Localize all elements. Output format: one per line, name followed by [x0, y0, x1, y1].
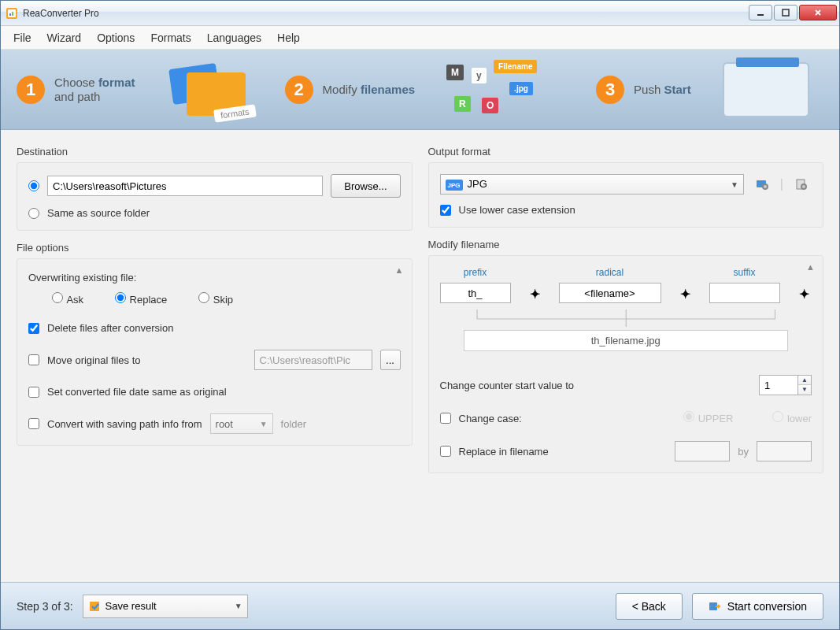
destination-section: Destination Browse... Same as source fol… [17, 146, 413, 231]
by-label: by [738, 446, 749, 458]
save-result-dropdown[interactable]: Save result ▼ [83, 595, 248, 618]
step-2-text: Modify filenames [323, 83, 416, 97]
svg-point-11 [802, 185, 805, 188]
move-orig-browse-button[interactable]: ... [380, 350, 401, 370]
counter-label: Change counter start value to [440, 380, 575, 391]
lowercase-checkbox[interactable] [440, 205, 451, 216]
step-3-badge: 3 [596, 76, 624, 104]
format-extra-icon[interactable] [791, 174, 812, 195]
step-1-badge: 1 [17, 76, 45, 104]
collapse-icon[interactable]: ▲ [806, 262, 815, 272]
change-case-label: Change case: [459, 413, 522, 424]
collapse-icon[interactable]: ▲ [395, 265, 404, 275]
set-date-label: Set converted file date same as original [47, 386, 227, 398]
minimize-button[interactable] [749, 5, 772, 20]
change-case-checkbox[interactable] [440, 413, 451, 424]
steps-banner: 1 Choose formatand path formats 2 Modify… [1, 50, 839, 130]
dest-same-label: Same as source folder [47, 207, 150, 219]
left-column: Destination Browse... Same as source fol… [17, 146, 413, 566]
save-icon [88, 600, 101, 613]
dest-path-input[interactable] [47, 176, 323, 196]
format-settings-icon[interactable] [752, 174, 772, 195]
dest-same-radio[interactable] [28, 208, 39, 219]
menu-wizard[interactable]: Wizard [39, 28, 90, 47]
overwrite-replace-radio[interactable] [115, 292, 126, 303]
main-area: Destination Browse... Same as source fol… [1, 130, 839, 582]
file-options-heading: File options [17, 242, 413, 254]
converter-illustration [723, 62, 809, 117]
svg-point-8 [764, 185, 767, 188]
back-button[interactable]: < Back [616, 593, 683, 620]
overwrite-label: Overwriting existing file: [28, 272, 136, 284]
folder-word: folder [281, 418, 307, 430]
suffix-add-icon[interactable]: ✦ [796, 286, 812, 302]
app-icon [6, 7, 18, 20]
lower-radio [772, 411, 783, 422]
lowercase-label: Use lower case extension [459, 204, 575, 216]
counter-spinner[interactable]: ▲▼ [759, 375, 812, 395]
spinner-up-icon[interactable]: ▲ [798, 376, 811, 385]
menu-languages[interactable]: Languages [199, 28, 269, 47]
replace-from-input [675, 441, 730, 461]
delete-after-checkbox[interactable] [28, 323, 39, 334]
menu-formats[interactable]: Formats [142, 28, 198, 47]
close-button[interactable] [799, 5, 837, 20]
radical-label: radical [596, 267, 624, 278]
svg-rect-2 [9, 13, 11, 16]
filename-preview: th_filename.jpg [464, 330, 789, 351]
replace-checkbox[interactable] [440, 446, 451, 457]
radical-add-icon[interactable]: ✦ [677, 286, 693, 302]
titlebar: ReaConverter Pro [1, 1, 839, 26]
prefix-label: prefix [464, 267, 487, 278]
modify-heading: Modify filename [428, 239, 824, 250]
window-title: ReaConverter Pro [23, 8, 747, 19]
app-window: ReaConverter Pro File Wizard Options For… [0, 0, 840, 630]
output-heading: Output format [428, 146, 824, 158]
step-1-text: Choose formatand path [54, 76, 135, 104]
output-format-section: Output format JPGJPG ▼ | [428, 146, 824, 228]
menu-options[interactable]: Options [89, 28, 142, 47]
counter-input[interactable] [759, 375, 798, 395]
move-orig-label: Move original files to [47, 354, 141, 366]
replace-to-input [757, 441, 812, 461]
overwrite-ask-radio[interactable] [52, 292, 63, 303]
connector-lines [456, 309, 797, 327]
suffix-label: suffix [734, 267, 756, 278]
menu-help[interactable]: Help [269, 28, 308, 47]
step-indicator: Step 3 of 3: [17, 600, 73, 613]
move-orig-path [254, 350, 372, 370]
root-dropdown[interactable]: root▼ [210, 413, 273, 434]
browse-button[interactable]: Browse... [331, 174, 400, 198]
menu-file[interactable]: File [6, 28, 39, 47]
modify-filename-section: Modify filename ▲ prefix ✦ radical [428, 239, 824, 473]
step-3-text: Push Start [634, 83, 691, 97]
bottombar: Step 3 of 3: Save result ▼ < Back Start … [1, 582, 839, 629]
destination-heading: Destination [17, 146, 413, 158]
format-dropdown[interactable]: JPGJPG ▼ [440, 174, 744, 195]
set-date-checkbox[interactable] [28, 387, 39, 398]
delete-after-label: Delete files after conversion [47, 322, 173, 334]
convert-path-checkbox[interactable] [28, 418, 39, 429]
suffix-input[interactable] [709, 283, 780, 303]
prefix-add-icon[interactable]: ✦ [527, 286, 542, 302]
radical-input[interactable] [559, 283, 661, 303]
dest-path-radio[interactable] [28, 180, 39, 191]
start-conversion-button[interactable]: Start conversion [692, 593, 823, 620]
replace-label: Replace in filename [459, 446, 549, 458]
file-options-section: File options ▲ Overwriting existing file… [17, 242, 413, 446]
step-2-badge: 2 [285, 76, 313, 104]
filename-illustration: M y Filename .jpg R O [446, 58, 572, 121]
menubar: File Wizard Options Formats Languages He… [1, 26, 839, 50]
overwrite-skip-radio[interactable] [198, 292, 209, 303]
start-icon [709, 600, 721, 613]
move-orig-checkbox[interactable] [28, 354, 39, 365]
window-controls [747, 5, 837, 22]
maximize-button[interactable] [774, 5, 797, 20]
svg-rect-4 [757, 14, 764, 16]
upper-radio [683, 411, 694, 422]
svg-rect-5 [783, 9, 789, 16]
spinner-down-icon[interactable]: ▼ [798, 385, 811, 395]
convert-path-label: Convert with saving path info from [47, 418, 202, 430]
folder-illustration: formats [167, 58, 261, 121]
prefix-input[interactable] [440, 283, 511, 303]
